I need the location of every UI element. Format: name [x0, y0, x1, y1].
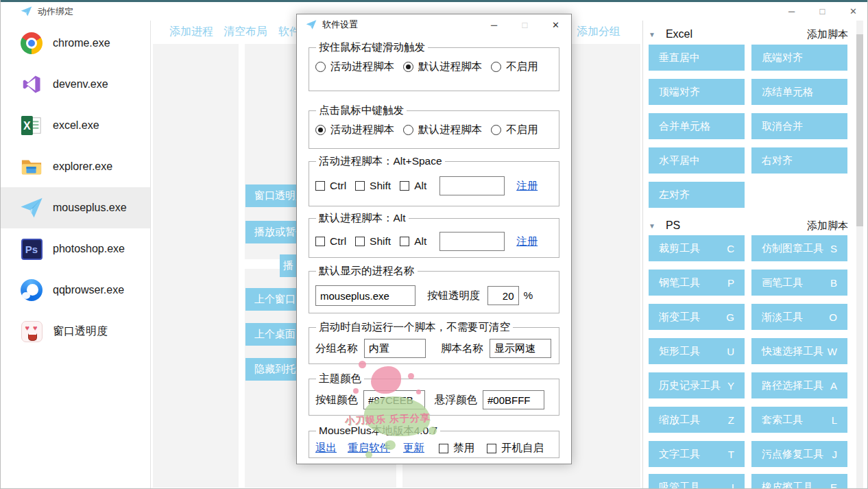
radio-icon[interactable] [315, 125, 326, 135]
hotkey-input[interactable] [439, 232, 505, 251]
group-name[interactable]: PS [666, 219, 680, 232]
ps-script-button[interactable]: 渐淡工具O [751, 304, 847, 330]
script-key: P [727, 277, 734, 289]
group-name-input[interactable] [364, 339, 426, 358]
radio-disabled[interactable]: 不启用 [491, 60, 538, 74]
default-process-input[interactable] [315, 285, 415, 306]
ps-script-button[interactable]: 钢笔工具P [649, 270, 745, 296]
ps-script-button[interactable]: 吸管工具I [649, 474, 745, 489]
excel-script-button[interactable]: 合并单元格 [649, 113, 745, 139]
sidebar-item-label: qqbrowser.exe [53, 284, 124, 296]
dialog-title: 软件设置 [322, 19, 358, 31]
nav-add-process[interactable]: 添加进程 [169, 25, 213, 39]
script-name-input[interactable] [490, 339, 551, 358]
add-script-link[interactable]: 添加脚本 [807, 219, 848, 232]
maximize-icon[interactable]: □ [807, 3, 838, 21]
radio-icon[interactable] [315, 62, 326, 72]
checkbox-icon[interactable] [487, 444, 496, 453]
update-link[interactable]: 更新 [403, 441, 424, 455]
sidebar-item-explorer[interactable]: explorer.exe [1, 146, 150, 187]
sidebar-item-photoshop[interactable]: Ps photoshop.exe [1, 228, 150, 270]
restart-link[interactable]: 重启软件 [348, 441, 390, 455]
ps-script-button[interactable]: 快速选择工具W [751, 338, 847, 364]
sidebar-item-excel[interactable]: X excel.exe [1, 105, 150, 146]
ps-script-button[interactable]: 画笔工具B [751, 270, 847, 296]
ps-script-button[interactable]: 仿制图章工具S [751, 235, 847, 261]
checkbox-alt[interactable]: Alt [400, 235, 426, 248]
checkbox-icon[interactable] [400, 181, 409, 191]
chevron-down-icon[interactable]: ▼ [649, 31, 655, 38]
checkbox-disable[interactable]: 禁用 [439, 441, 474, 455]
register-link[interactable]: 注册 [516, 235, 538, 249]
ps-script-button[interactable]: 矩形工具U [649, 338, 745, 364]
button-opacity-input[interactable] [487, 286, 519, 305]
excel-script-button[interactable]: 取消合并 [751, 113, 847, 139]
ps-script-button[interactable]: 历史记录工具Y [649, 372, 745, 398]
radio-default-process-script[interactable]: 默认进程脚本 [403, 60, 482, 74]
hotkey-input[interactable] [439, 176, 505, 195]
ps-script-button[interactable]: 路径选择工具A [751, 372, 847, 398]
excel-script-button[interactable]: 底端对齐 [751, 45, 847, 71]
ps-script-button[interactable]: 渐变工具G [649, 304, 745, 330]
nav-add-group[interactable]: 添加分组 [577, 25, 620, 39]
radio-disabled[interactable]: 不启用 [491, 123, 538, 137]
checkbox-icon[interactable] [315, 237, 325, 246]
exit-link[interactable]: 退出 [315, 441, 337, 455]
radio-icon[interactable] [491, 62, 501, 72]
svg-text:X: X [23, 120, 31, 132]
button-color-input[interactable] [363, 390, 425, 409]
sidebar-item-qqbrowser[interactable]: qqbrowser.exe [1, 270, 150, 311]
radio-icon[interactable] [491, 125, 501, 135]
right-panel-divider [642, 21, 643, 489]
checkbox-alt[interactable]: Alt [400, 180, 426, 192]
script-key: Z [728, 414, 734, 426]
excel-script-button[interactable]: 水平居中 [649, 147, 745, 174]
sidebar-item-devenv[interactable]: devenv.exe [1, 64, 150, 105]
sidebar-item-mouseplus[interactable]: mouseplus.exe [1, 187, 150, 228]
nav-clear-layout[interactable]: 清空布局 [224, 25, 267, 39]
radio-active-process-script[interactable]: 活动进程脚本 [315, 60, 394, 74]
excel-script-button[interactable]: 左对齐 [649, 182, 745, 208]
excel-script-button[interactable]: 垂直居中 [649, 45, 745, 71]
ps-script-button[interactable]: 套索工具L [751, 407, 847, 433]
minimize-icon[interactable]: ─ [776, 3, 807, 21]
radio-active-process-script[interactable]: 活动进程脚本 [315, 123, 394, 137]
checkbox-ctrl[interactable]: Ctrl [315, 235, 346, 248]
checkbox-icon[interactable] [400, 237, 409, 246]
group-legend: 启动时自动运行一个脚本，不需要可清空 [316, 320, 513, 335]
checkbox-icon[interactable] [355, 237, 365, 246]
ps-script-button[interactable]: 裁剪工具C [649, 235, 745, 261]
excel-script-button[interactable]: 顶端对齐 [649, 79, 745, 105]
checkbox-icon[interactable] [315, 181, 325, 191]
excel-script-button[interactable]: 右对齐 [751, 147, 847, 174]
chevron-down-icon[interactable]: ▼ [649, 222, 655, 230]
close-icon[interactable]: ✕ [838, 3, 868, 21]
ps-script-button[interactable]: 橡皮擦工具E [751, 474, 847, 489]
checkbox-shift[interactable]: Shift [355, 180, 391, 192]
right-panel-scrollbar-thumb[interactable] [856, 34, 863, 226]
group-legend: 点击鼠标中键触发 [316, 104, 407, 118]
script-key: T [728, 449, 734, 460]
register-link[interactable]: 注册 [516, 179, 538, 193]
checkbox-ctrl[interactable]: Ctrl [315, 180, 346, 192]
ps-script-button[interactable]: 污点修复工具J [751, 441, 847, 467]
sidebar-item-chrome[interactable]: chrome.exe [1, 23, 150, 64]
add-script-link[interactable]: 添加脚本 [807, 28, 848, 41]
excel-script-button[interactable]: 冻结单元格 [751, 79, 847, 105]
minimize-icon[interactable]: ─ [479, 15, 509, 34]
button-opacity-label: 按钮透明度 [427, 289, 481, 303]
group-theme-color: 主题颜色 按钮颜色 悬浮颜色 [309, 372, 559, 416]
radio-icon[interactable] [403, 62, 413, 72]
checkbox-shift[interactable]: Shift [355, 235, 391, 248]
ps-script-button[interactable]: 文字工具T [649, 441, 745, 467]
sidebar-item-window-opacity[interactable]: 窗口透明度 [1, 311, 150, 352]
checkbox-autostart[interactable]: 开机自启 [487, 441, 544, 455]
checkbox-icon[interactable] [439, 444, 448, 453]
radio-default-process-script[interactable]: 默认进程脚本 [403, 123, 482, 137]
radio-icon[interactable] [403, 125, 413, 135]
close-icon[interactable]: ✕ [540, 15, 571, 34]
ps-script-button[interactable]: 缩放工具Z [649, 407, 745, 433]
group-name[interactable]: Excel [666, 28, 692, 40]
checkbox-icon[interactable] [355, 181, 365, 191]
hover-color-input[interactable] [483, 390, 544, 409]
